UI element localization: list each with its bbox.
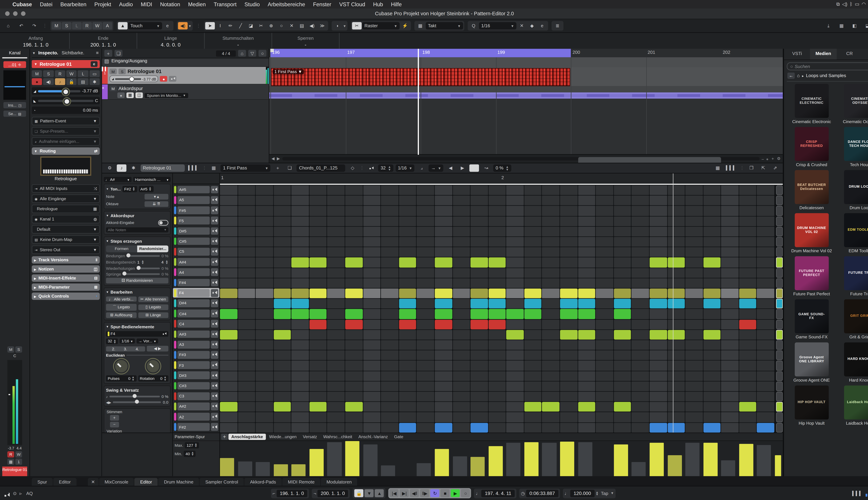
- step-cell-C#5-20[interactable]: [560, 237, 578, 247]
- inspector-auto-fades-button[interactable]: ▭: [89, 70, 100, 77]
- editor-pin-icon[interactable]: ✱: [129, 164, 138, 172]
- media-tile-thumbnail[interactable]: Groove Agent ONE LIBRARY: [795, 342, 829, 376]
- step-cell-D#3-10[interactable]: [381, 371, 398, 381]
- step-cell-F#4-4[interactable]: [274, 278, 291, 288]
- redo-icon[interactable]: ↷: [30, 22, 39, 29]
- step-cell-A5-23[interactable]: [614, 196, 631, 205]
- project-hscrollbar[interactable]: ◀ ▶ –●＋ ⚙: [269, 154, 783, 163]
- routing-alle-eing-nge[interactable]: ◉Alle Eingänge▼: [32, 194, 100, 203]
- step-cell-C#3-18[interactable]: [524, 382, 541, 391]
- routing-stereo-out[interactable]: ⇥Stereo Out▼: [32, 246, 100, 254]
- pitch-audition-button[interactable]: [211, 196, 218, 204]
- step-cell-D#3-8[interactable]: [345, 371, 363, 381]
- step-cell-C4-12[interactable]: [417, 319, 434, 329]
- step-cell-D#4-18[interactable]: [524, 299, 541, 309]
- step-cell-C4-29[interactable]: [721, 319, 739, 329]
- inspector-section-spur-presets-[interactable]: ❏Spur-Presets...▼: [32, 127, 100, 135]
- channel-pan[interactable]: C: [13, 354, 16, 358]
- step-cell-A2-1[interactable]: [220, 412, 237, 422]
- step-cell-A4-1[interactable]: [220, 268, 237, 277]
- step-cell-F#4-13[interactable]: [435, 278, 452, 288]
- pattern-pages[interactable]: 2.3.4.: [106, 346, 145, 351]
- media-tile-thumbnail[interactable]: GRIT GRIME: [844, 299, 868, 333]
- step-cell-C#5-10[interactable]: [381, 237, 398, 247]
- pattern-event-clip[interactable]: 1 First Pass ▼: [271, 68, 570, 86]
- volume-icon[interactable]: ◁): [842, 1, 847, 8]
- step-cell-A#5-14[interactable]: [453, 185, 470, 195]
- editor-piano-view-icon[interactable]: ▍▍▍: [725, 164, 738, 172]
- step-cell-A2-3[interactable]: [256, 412, 273, 422]
- step-cell-C#5-2[interactable]: [238, 237, 255, 247]
- step-cell-F#2-24[interactable]: [632, 423, 649, 432]
- step-cell-F#2-28[interactable]: [703, 423, 721, 432]
- step-cell-D#5-6[interactable]: [309, 227, 327, 237]
- step-cell-A2-16[interactable]: [489, 412, 506, 422]
- step-cell-A4-18[interactable]: [524, 268, 541, 277]
- spruenge-slider[interactable]: [123, 273, 160, 275]
- step-cell-F3-32[interactable]: [776, 361, 783, 371]
- step-cell-F#3-18[interactable]: [524, 351, 541, 360]
- menu-item-transport[interactable]: Transport: [214, 1, 237, 8]
- step-cell-C#3-3[interactable]: [256, 382, 273, 391]
- step-cell-C#3-19[interactable]: [542, 382, 560, 391]
- forward-button[interactable]: ‖▶: [420, 489, 429, 497]
- editor-audition-icon[interactable]: [366, 164, 376, 172]
- step-cell-D#4-9[interactable]: [363, 299, 380, 309]
- step-cell-A2-12[interactable]: [417, 412, 434, 422]
- step-cell-A4-27[interactable]: [685, 268, 703, 277]
- step-cell-D#3-19[interactable]: [542, 371, 560, 381]
- step-cell-F#3-26[interactable]: [667, 351, 685, 360]
- step-cell-C4-5[interactable]: [292, 319, 309, 329]
- step-cell-D#3-1[interactable]: [220, 371, 237, 381]
- preset-browse-icon[interactable]: ◇: [348, 164, 357, 172]
- step-cell-C#4-27[interactable]: [685, 309, 703, 319]
- step-cell-F#5-23[interactable]: [614, 206, 631, 216]
- step-cell-A2-19[interactable]: [542, 412, 560, 422]
- step-cell-F5-22[interactable]: [596, 216, 613, 226]
- step-cell-C3-20[interactable]: [560, 392, 578, 401]
- step-cell-A#4-16[interactable]: [489, 258, 506, 268]
- step-cell-A2-4[interactable]: [274, 412, 291, 422]
- shift-left-icon[interactable]: ◀: [446, 164, 456, 172]
- step-cell-A5-13[interactable]: [435, 196, 452, 205]
- velocity-bar-4[interactable]: [274, 464, 288, 476]
- step-cell-C#5-26[interactable]: [667, 237, 685, 247]
- velocity-slot-12[interactable]: [417, 441, 434, 476]
- step-cell-F#4-31[interactable]: [757, 278, 774, 288]
- step-cell-F#4-9[interactable]: [363, 278, 380, 288]
- media-tile-thumbnail[interactable]: DRUM LOOPS: [844, 170, 868, 204]
- step-cell-F4-28[interactable]: [703, 288, 721, 298]
- step-cell-F#3-16[interactable]: [489, 351, 506, 360]
- step-cell-C3-10[interactable]: [381, 392, 398, 401]
- step-cell-F3-3[interactable]: [256, 361, 273, 371]
- pitch-row-F#2[interactable]: F#2: [173, 422, 219, 432]
- pitch-row-A#5[interactable]: A#5: [173, 185, 219, 194]
- step-cell-D#4-30[interactable]: [739, 299, 756, 309]
- step-cell-C4-26[interactable]: [667, 319, 685, 329]
- close-lower-zone-button[interactable]: ✕: [88, 478, 99, 487]
- step-cell-C#3-4[interactable]: [274, 382, 291, 391]
- routing-keine-drum-map[interactable]: ▤Keine Drum-Map▼: [32, 235, 100, 244]
- step-cell-A#3-7[interactable]: [328, 330, 345, 340]
- step-cell-F3-19[interactable]: [542, 361, 560, 371]
- media-tile[interactable]: CINEMATIC ELECTRONICCinematic Electronic: [788, 84, 835, 124]
- editor-keyboard-icon[interactable]: ▍▍▍: [187, 164, 200, 172]
- step-cell-C#4-26[interactable]: [667, 309, 685, 319]
- zoom-in-icon[interactable]: ＋: [771, 156, 775, 162]
- step-cell-A#2-31[interactable]: [757, 402, 774, 412]
- step-cell-D#3-27[interactable]: [685, 371, 703, 381]
- formen-tab[interactable]: Formen: [106, 245, 137, 252]
- velocity-slot-11[interactable]: [399, 441, 416, 476]
- step-cell-D#5-19[interactable]: [542, 227, 560, 237]
- step-cell-C3-2[interactable]: [238, 392, 255, 401]
- position-display[interactable]: 197. 4. 4. 11: [481, 490, 515, 497]
- step-cell-F5-31[interactable]: [757, 216, 774, 226]
- step-cell-D#3-7[interactable]: [328, 371, 345, 381]
- step-cell-A#2-19[interactable]: [542, 402, 560, 412]
- pulses-field[interactable]: Pulses0▲▼: [106, 376, 136, 382]
- step-cell-F#4-6[interactable]: [309, 278, 327, 288]
- step-cell-F#4-21[interactable]: [578, 278, 595, 288]
- step-cell-A#3-32[interactable]: [776, 330, 783, 340]
- step-cell-D#4-7[interactable]: [328, 299, 345, 309]
- step-cell-A2-7[interactable]: [328, 412, 345, 422]
